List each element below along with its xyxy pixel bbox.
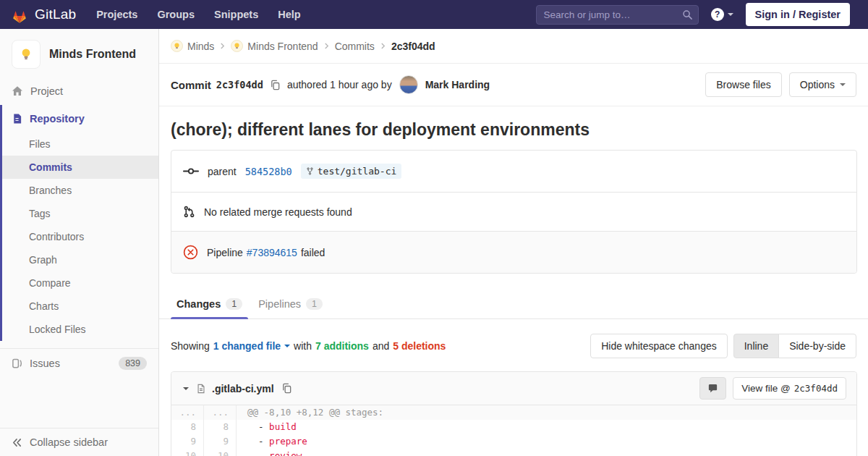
home-icon [12, 85, 23, 97]
options-label: Options [800, 79, 835, 90]
authored-text: authored 1 hour ago by [287, 79, 392, 90]
changed-files-label: 1 changed file [213, 340, 281, 352]
sidebar-subitem-branches[interactable]: Branches [2, 179, 158, 202]
new-line-number[interactable]: 10 [204, 449, 237, 456]
breadcrumb-item-minds-frontend[interactable]: Minds Frontend [231, 40, 318, 52]
diff-summary-row: Showing 1 changed file with 7 additions … [171, 334, 856, 358]
showing-prefix: Showing [171, 340, 210, 352]
diff-line-content: - review [237, 449, 856, 456]
diff-line-content: @@ -8,10 +8,12 @@ stages: [237, 405, 856, 420]
chevron-down-icon [840, 83, 846, 86]
sign-in-register-button[interactable]: Sign in / Register [746, 3, 850, 26]
gitlab-logo[interactable]: GitLab [10, 6, 76, 24]
diff-table: ... ... @@ -8,10 +8,12 @@ stages: 8 8 - … [171, 405, 856, 456]
tab-pipelines[interactable]: Pipelines 1 [252, 290, 328, 318]
sidebar-subitem-locked-files[interactable]: Locked Files [2, 318, 158, 341]
changed-files-dropdown[interactable]: 1 changed file [213, 340, 290, 352]
new-line-number[interactable]: 9 [204, 434, 237, 449]
collapse-file-caret[interactable] [182, 386, 190, 392]
sidebar-item-repository[interactable]: Repository [2, 105, 158, 132]
author-name[interactable]: Mark Harding [425, 79, 490, 90]
diff-view-toggle: Inline Side-by-side [733, 334, 856, 358]
diff-view-actions: Hide whitespace changes Inline Side-by-s… [590, 334, 856, 358]
toggle-comments-button[interactable] [699, 377, 726, 400]
file-name[interactable]: .gitlab-ci.yml [212, 383, 274, 394]
search-input[interactable] [536, 5, 699, 25]
sidebar-subitem-graph[interactable]: Graph [2, 248, 158, 271]
parent-sha-link[interactable]: 584528b0 [245, 166, 292, 177]
commit-info-box: parent 584528b0 test/gitlab-ci [171, 150, 857, 274]
commit-sha: 2c3f04dd [216, 79, 263, 90]
lightbulb-icon [173, 42, 181, 50]
project-avatar [231, 40, 243, 52]
nav-item-help[interactable]: Help [278, 9, 300, 20]
help-dropdown[interactable]: ? [711, 8, 733, 21]
sidebar-item-issues[interactable]: Issues 839 [0, 348, 158, 378]
group-avatar [171, 40, 183, 52]
copy-sha-button[interactable] [268, 78, 282, 92]
tanuki-icon [10, 6, 29, 24]
branch-icon [306, 166, 314, 176]
view-file-sha: 2c3f04dd [794, 383, 838, 394]
tab-changes[interactable]: Changes 1 [171, 290, 248, 318]
file-icon [196, 383, 206, 394]
sidebar-subitem-files[interactable]: Files [2, 132, 158, 156]
options-dropdown-button[interactable]: Options [789, 72, 856, 97]
copy-icon [281, 383, 292, 394]
parent-row: parent 584528b0 test/gitlab-ci [171, 151, 856, 193]
view-file-button[interactable]: View file @ 2c3f04dd [733, 377, 846, 400]
and-word: and [373, 340, 389, 352]
breadcrumb-separator-icon [380, 42, 386, 50]
sidebar-item-project[interactable]: Project [0, 77, 158, 105]
with-word: with [294, 340, 312, 352]
commit-icon [183, 166, 199, 176]
sidebar-subitem-commits[interactable]: Commits [2, 156, 158, 179]
nav-item-groups[interactable]: Groups [157, 9, 195, 20]
sidebar-subitem-charts[interactable]: Charts [2, 295, 158, 318]
sidebar-subitem-contributors[interactable]: Contributors [2, 225, 158, 248]
project-title: Minds Frontend [49, 48, 136, 61]
brand-name: GitLab [35, 7, 76, 22]
chevron-down-icon [183, 387, 189, 390]
pipeline-failed-icon[interactable] [183, 245, 198, 260]
old-line-number[interactable]: 8 [171, 420, 204, 434]
lightbulb-icon [19, 47, 33, 62]
deletions-count: 5 deletions [393, 340, 446, 352]
hide-whitespace-button[interactable]: Hide whitespace changes [590, 334, 728, 358]
old-line-number[interactable]: 9 [171, 434, 204, 449]
side-by-side-view-button[interactable]: Side-by-side [778, 334, 856, 358]
pipeline-suffix: failed [301, 247, 325, 258]
pipeline-link[interactable]: #73894615 [247, 247, 297, 258]
commit-title: (chore); different lanes for deployment … [171, 120, 856, 140]
sidebar-item-label: Repository [30, 113, 85, 124]
navbar-right: ? Sign in / Register [536, 3, 850, 26]
sidebar: Minds Frontend Project Repository Files … [0, 29, 159, 456]
branch-name: test/gitlab-ci [318, 166, 397, 177]
breadcrumb-item-commits[interactable]: Commits [335, 41, 375, 52]
diff-match-line: ... ... @@ -8,10 +8,12 @@ stages: [171, 405, 856, 420]
nav-item-snippets[interactable]: Snippets [214, 9, 258, 20]
sidebar-subitem-tags[interactable]: Tags [2, 202, 158, 225]
pipeline-text: Pipeline #73894615 failed [207, 247, 325, 258]
old-line-number: ... [171, 405, 204, 420]
commit-meta-left: Commit 2c3f04dd authored 1 hour ago by M… [171, 75, 490, 94]
nav-item-projects[interactable]: Projects [96, 9, 137, 20]
commit-label: Commit [171, 79, 211, 91]
browse-files-button[interactable]: Browse files [705, 72, 781, 97]
tab-label: Changes [176, 298, 221, 310]
collapse-sidebar-button[interactable]: Collapse sidebar [0, 428, 158, 456]
breadcrumb-item-minds[interactable]: Minds [171, 40, 214, 52]
copy-icon [270, 80, 281, 90]
sidebar-project-header[interactable]: Minds Frontend [0, 29, 158, 77]
branch-label[interactable]: test/gitlab-ci [301, 164, 402, 179]
inline-view-button[interactable]: Inline [733, 334, 779, 358]
new-line-number[interactable]: 8 [204, 420, 237, 434]
old-line-number[interactable]: 10 [171, 449, 204, 456]
author-avatar[interactable] [399, 75, 418, 94]
copy-file-path-button[interactable] [280, 381, 294, 395]
sidebar-repository-section: Repository Files Commits Branches Tags C… [0, 105, 158, 341]
breadcrumb-current-sha: 2c3f04dd [391, 41, 435, 52]
breadcrumb-label: Commits [335, 41, 375, 52]
sidebar-subitem-compare[interactable]: Compare [2, 271, 158, 295]
merge-request-icon [183, 206, 195, 218]
